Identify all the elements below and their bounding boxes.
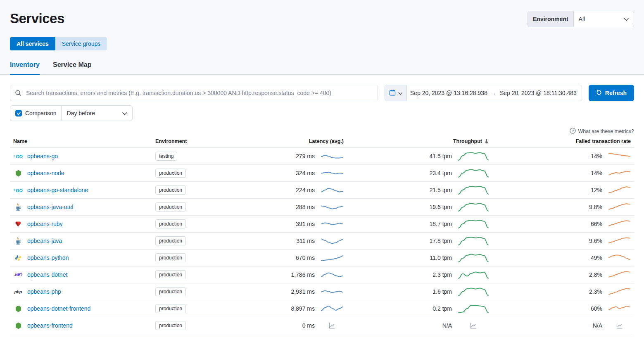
java-icon: [13, 203, 23, 211]
latency-sparkline: [321, 202, 344, 212]
column-header-name[interactable]: Name: [10, 138, 155, 144]
comparison-control: Comparison Day before: [10, 105, 133, 121]
failed-rate-sparkline: [608, 202, 631, 212]
failed-rate-sparkline: [608, 252, 631, 263]
throughput-value: 2.3 tpm: [433, 271, 452, 278]
throughput-sparkline: [458, 252, 489, 263]
svg-text:GO: GO: [16, 188, 22, 193]
latency-sparkline: [321, 269, 344, 280]
environment-filter-value: All: [579, 16, 585, 22]
service-link[interactable]: opbeans-go: [27, 153, 58, 159]
throughput-sparkline: [458, 151, 489, 162]
failed-rate-value: 49%: [591, 254, 602, 261]
column-header-failed-rate[interactable]: Failed transaction rate: [492, 138, 634, 144]
service-link[interactable]: opbeans-dotnet: [27, 271, 67, 278]
failed-rate-sparkline: [608, 219, 631, 229]
column-header-throughput[interactable]: Throughput: [347, 138, 492, 144]
refresh-button-label: Refresh: [605, 90, 627, 96]
environment-filter-select[interactable]: All: [574, 11, 634, 27]
failed-rate-value: 2.8%: [589, 271, 602, 278]
python-icon: [13, 254, 23, 261]
throughput-sparkline: [458, 202, 489, 212]
service-link[interactable]: opbeans-python: [27, 254, 69, 261]
throughput-sparkline: [458, 286, 489, 297]
node-icon: [13, 170, 23, 177]
throughput-value: 23.4 tpm: [430, 170, 452, 176]
service-link[interactable]: opbeans-ruby: [27, 221, 63, 227]
table-row: GO opbeans-go testing 279 ms 41.5 tpm 14…: [10, 148, 634, 165]
comparison-checkbox[interactable]: Comparison: [10, 106, 61, 121]
node-icon: [13, 322, 23, 329]
date-range-arrow-icon: →: [491, 85, 497, 101]
end-date-button[interactable]: Sep 20, 2023 @ 18:11:30.483: [497, 85, 580, 101]
column-header-environment[interactable]: Environment: [155, 138, 244, 144]
services-table-header: Name Environment Latency (avg.) Throughp…: [10, 138, 634, 148]
service-view-toggle: All services Service groups: [10, 37, 107, 50]
failed-rate-value: 2.3%: [589, 288, 602, 295]
start-date-button[interactable]: Sep 20, 2023 @ 13:16:28.938: [407, 85, 491, 101]
throughput-sparkline: [458, 219, 489, 229]
failed-rate-value: 14%: [591, 153, 602, 159]
latency-sparkline: [321, 235, 344, 246]
calendar-button[interactable]: [385, 85, 407, 101]
checkmark-icon: [17, 111, 21, 116]
search-input[interactable]: [10, 85, 378, 101]
date-picker: Sep 20, 2023 @ 13:16:28.938 → Sep 20, 20…: [385, 85, 582, 101]
services-table-body: GO opbeans-go testing 279 ms 41.5 tpm 14…: [10, 148, 634, 334]
calendar-icon: [389, 89, 396, 97]
table-row: .NET opbeans-dotnet production 1,786 ms …: [10, 266, 634, 283]
column-header-latency[interactable]: Latency (avg.): [244, 138, 347, 144]
table-row: opbeans-java-otel production 288 ms 19.6…: [10, 199, 634, 216]
throughput-sparkline: [458, 168, 489, 178]
all-services-button[interactable]: All services: [10, 37, 55, 50]
latency-sparkline: [321, 303, 344, 314]
service-link[interactable]: opbeans-php: [27, 288, 61, 295]
latency-value: 2,931 ms: [291, 288, 315, 295]
latency-sparkline: [321, 219, 344, 229]
question-circle-icon: ?: [570, 128, 576, 135]
main-content: Sep 20, 2023 @ 13:16:28.938 → Sep 20, 20…: [0, 75, 644, 340]
tab-inventory[interactable]: Inventory: [10, 61, 40, 75]
refresh-button[interactable]: Refresh: [589, 85, 634, 101]
environment-badge: production: [155, 185, 186, 195]
service-groups-button[interactable]: Service groups: [55, 37, 107, 50]
apm-services-page: Services Environment All All services Se…: [0, 0, 644, 340]
throughput-value: 18.7 tpm: [430, 221, 452, 227]
metrics-help-link[interactable]: ? What are these metrics?: [10, 128, 634, 135]
environment-badge: production: [155, 202, 186, 212]
service-link[interactable]: opbeans-node: [27, 170, 64, 176]
latency-value: 224 ms: [296, 187, 315, 193]
tab-service-map[interactable]: Service Map: [53, 61, 91, 75]
no-data-chart-icon: [608, 322, 631, 329]
ruby-icon: [13, 221, 23, 227]
service-link[interactable]: opbeans-go-standalone: [27, 187, 88, 193]
environment-filter[interactable]: Environment All: [528, 11, 634, 27]
comparison-select[interactable]: Day before: [61, 106, 132, 121]
latency-value: 8,897 ms: [291, 305, 315, 312]
latency-sparkline: [321, 168, 344, 178]
table-row: opbeans-node production 324 ms 23.4 tpm …: [10, 165, 634, 182]
failed-rate-value: 14%: [591, 170, 602, 176]
throughput-value: 17.8 tpm: [430, 238, 452, 244]
failed-rate-sparkline: [608, 286, 631, 297]
failed-rate-value: 60%: [591, 305, 602, 312]
comparison-label: Comparison: [25, 110, 56, 117]
latency-value: 0 ms: [302, 322, 315, 329]
table-row: opbeans-frontend production 0 ms N/A N/A: [10, 317, 634, 334]
environment-badge: production: [155, 287, 186, 296]
environment-badge: production: [155, 219, 186, 228]
failed-rate-value: 9.8%: [589, 204, 602, 210]
failed-rate-value: N/A: [593, 322, 602, 329]
service-link[interactable]: opbeans-dotnet-frontend: [27, 305, 90, 312]
service-link[interactable]: opbeans-frontend: [27, 322, 73, 329]
service-link[interactable]: opbeans-java-otel: [27, 204, 73, 210]
throughput-value: N/A: [442, 322, 452, 329]
comparison-selected-value: Day before: [67, 110, 95, 117]
environment-badge: testing: [155, 152, 177, 161]
checkbox-box: [15, 110, 22, 117]
failed-rate-value: 12%: [591, 187, 602, 193]
latency-sparkline: [321, 151, 344, 162]
throughput-sparkline: [458, 185, 489, 195]
environment-filter-label: Environment: [528, 11, 574, 27]
service-link[interactable]: opbeans-java: [27, 238, 62, 244]
